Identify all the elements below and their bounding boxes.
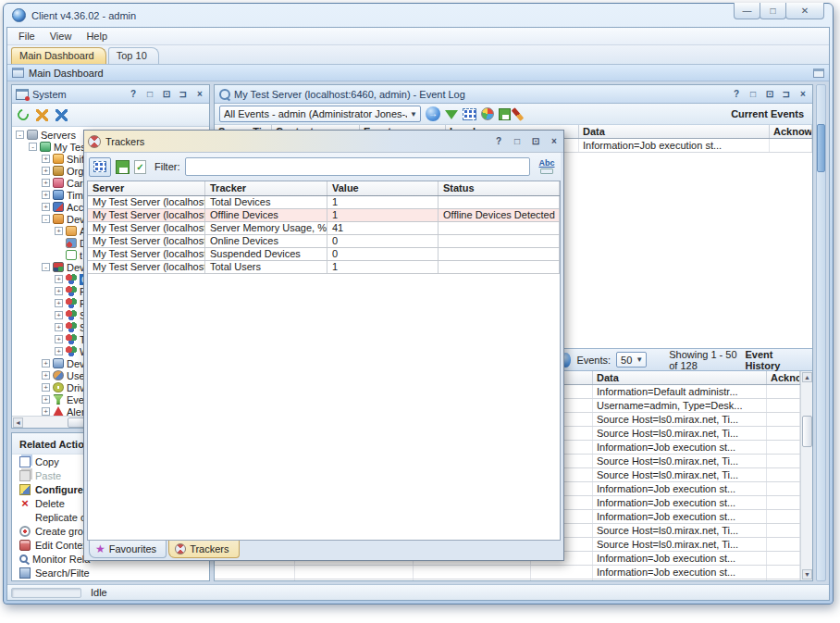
- lock-icon: [19, 540, 31, 551]
- scrollbar-thumb[interactable]: [817, 124, 825, 172]
- column-header[interactable]: Data: [593, 371, 767, 384]
- menu-item[interactable]: View: [43, 28, 80, 44]
- history-scrollbar[interactable]: ▲ ▼: [800, 371, 812, 580]
- filter-label: Filter:: [154, 161, 180, 172]
- close-button[interactable]: ×: [549, 136, 560, 146]
- tracker-row[interactable]: My Test Server (localhost:6460... Total …: [88, 261, 560, 274]
- collapse-all-icon[interactable]: [56, 109, 68, 121]
- column-header[interactable]: Value: [327, 181, 439, 195]
- restore-button[interactable]: ⊡: [530, 136, 541, 146]
- save-icon[interactable]: [499, 108, 511, 120]
- dashboard-tab[interactable]: Top 10: [108, 47, 159, 64]
- dashboard-scrollbar[interactable]: [816, 84, 826, 581]
- scroll-down-icon[interactable]: ▼: [802, 569, 812, 579]
- expander-icon[interactable]: +: [55, 275, 63, 283]
- expander-icon[interactable]: +: [42, 383, 50, 392]
- menu-item[interactable]: File: [11, 28, 43, 44]
- expander-icon[interactable]: -: [29, 143, 37, 151]
- maximize-button[interactable]: □: [747, 89, 759, 99]
- tracker-row[interactable]: My Test Server (localhost:6460... Total …: [88, 196, 560, 209]
- grid-view-button[interactable]: [89, 157, 111, 177]
- expander-icon[interactable]: +: [42, 407, 50, 416]
- expander-icon[interactable]: +: [42, 167, 50, 175]
- tracker-row[interactable]: My Test Server (localhost:6460... Server…: [88, 222, 560, 235]
- tracker-row[interactable]: My Test Server (localhost:6460... Suspen…: [88, 248, 560, 261]
- tracker-row[interactable]: My Test Server (localhost:6460... Offlin…: [88, 209, 560, 222]
- column-header[interactable]: Tracker: [205, 181, 327, 195]
- dashboard-header: Main Dashboard: [7, 65, 829, 81]
- filter-icon[interactable]: [445, 110, 458, 119]
- expander-icon[interactable]: +: [42, 155, 50, 163]
- expander-icon[interactable]: +: [55, 335, 63, 343]
- expander-icon[interactable]: +: [55, 287, 63, 295]
- related-action[interactable]: Search/Filte: [12, 566, 209, 579]
- check-icon: [66, 250, 77, 260]
- expand-all-icon[interactable]: [36, 109, 48, 121]
- dialog-tab[interactable]: Favourites: [89, 541, 167, 558]
- expander-icon[interactable]: +: [42, 191, 50, 199]
- events-count-select[interactable]: 50 ▼: [616, 352, 647, 368]
- expander-icon[interactable]: +: [55, 227, 63, 235]
- expander-icon[interactable]: +: [55, 311, 63, 319]
- column-header[interactable]: Server: [88, 181, 205, 195]
- scroll-left-icon[interactable]: ◄: [13, 417, 23, 428]
- restore-button[interactable]: ⊡: [764, 89, 775, 99]
- expander-icon[interactable]: -: [42, 215, 50, 223]
- create-group-icon: [19, 526, 31, 537]
- expander-icon[interactable]: -: [42, 263, 50, 271]
- event-filter-dropdown[interactable]: All Events - admin (Administrator Jones-…: [219, 106, 421, 122]
- menu-item[interactable]: Help: [79, 28, 115, 44]
- time-icon: [53, 190, 64, 200]
- dialog-tab[interactable]: Trackers: [168, 541, 239, 558]
- column-header[interactable]: Acknowled...: [770, 125, 812, 138]
- expander-icon[interactable]: +: [42, 371, 50, 380]
- restore-button[interactable]: ⊡: [161, 89, 172, 99]
- expander-icon[interactable]: +: [55, 347, 63, 355]
- column-header[interactable]: Ackno...: [767, 371, 800, 384]
- pin-button[interactable]: ⊐: [178, 89, 189, 99]
- column-header[interactable]: Status: [439, 181, 560, 195]
- panel-layout-icon[interactable]: [813, 69, 824, 78]
- minimize-button[interactable]: —: [734, 3, 760, 19]
- help-button[interactable]: ?: [128, 89, 139, 99]
- grid-view-icon[interactable]: [463, 108, 476, 120]
- column-header[interactable]: Data: [579, 125, 770, 138]
- help-button[interactable]: ?: [731, 89, 742, 99]
- filter-input[interactable]: [185, 157, 531, 176]
- close-button[interactable]: ✕: [785, 3, 824, 19]
- expander-icon[interactable]: +: [55, 323, 63, 331]
- maximize-button[interactable]: □: [144, 89, 155, 99]
- tracker-row[interactable]: My Test Server (localhost:6460... Online…: [88, 235, 560, 248]
- titlebar[interactable]: Client v4.36.02 - admin —□✕: [6, 4, 830, 27]
- group-icon: [66, 298, 77, 308]
- maximize-button[interactable]: □: [512, 136, 523, 146]
- help-button[interactable]: ?: [493, 136, 504, 146]
- expander-icon[interactable]: +: [55, 299, 63, 307]
- expander-icon[interactable]: +: [42, 179, 50, 187]
- dashboard-tab[interactable]: Main Dashboard: [11, 47, 106, 64]
- organisations-icon: [53, 166, 64, 176]
- close-button[interactable]: ×: [194, 89, 205, 99]
- pin-button[interactable]: ⊐: [781, 89, 792, 99]
- event-row[interactable]: Information=Job execution st...: [215, 566, 800, 579]
- expander-icon[interactable]: +: [42, 359, 50, 368]
- dashboard-icon: [12, 68, 24, 78]
- expander-icon[interactable]: +: [42, 203, 50, 211]
- close-button[interactable]: ×: [797, 89, 809, 99]
- related-action[interactable]: ? Help: [12, 579, 209, 581]
- event-row[interactable]: 07.05.2010 16:11:33 Discover and Connect…: [215, 579, 800, 580]
- maximize-button[interactable]: □: [760, 3, 786, 19]
- help-icon: ?: [19, 581, 31, 582]
- expander-icon[interactable]: +: [42, 395, 50, 404]
- dialog-titlebar[interactable]: Trackers ?□⊡×: [84, 131, 563, 153]
- validate-icon[interactable]: ✓: [134, 160, 146, 174]
- scrollbar-thumb[interactable]: [802, 416, 812, 447]
- scroll-up-icon[interactable]: ▲: [802, 372, 812, 382]
- text-filter-button[interactable]: Abc: [535, 157, 559, 177]
- chart-icon[interactable]: [481, 107, 494, 120]
- clear-icon[interactable]: [512, 107, 524, 121]
- expander-icon[interactable]: -: [16, 131, 24, 139]
- refresh-icon[interactable]: [16, 107, 31, 123]
- apply-filter-icon[interactable]: →: [426, 106, 440, 121]
- save-icon[interactable]: [116, 160, 130, 174]
